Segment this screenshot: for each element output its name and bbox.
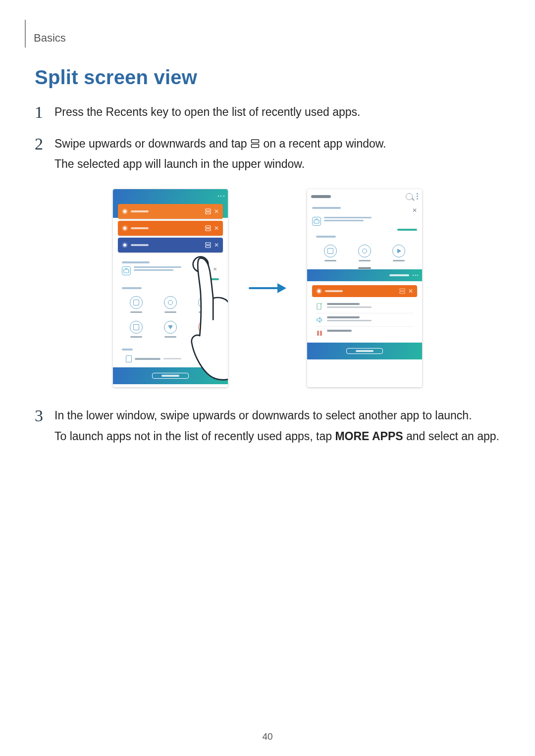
more-options-icon: ⋮ (217, 192, 225, 201)
step-body: Press the Recents key to open the list o… (54, 103, 500, 124)
blurred-text (325, 290, 399, 292)
close-icon: ✕ (214, 208, 219, 214)
split-window-icon (205, 242, 211, 248)
text-fragment: and select an app. (403, 430, 499, 443)
more-apps-label: MORE APPS (335, 430, 403, 443)
category-apk: APK (193, 321, 216, 338)
blurred-heading (122, 287, 142, 289)
list-item (316, 300, 413, 313)
sound-icon (316, 316, 323, 323)
close-all-button (346, 348, 383, 354)
list-item (316, 313, 413, 327)
category-documents (125, 321, 148, 338)
blurred-heading (122, 261, 150, 263)
category-audio (353, 245, 376, 261)
blurred-text (163, 358, 181, 359)
blurred-heading (312, 207, 341, 209)
step-body: Swipe upwards or downwards and tap on a … (54, 135, 500, 176)
blurred-heading (122, 349, 133, 351)
categories-panel: APK (118, 284, 223, 342)
recent-apps-stack: ✕ ✕ (118, 204, 223, 252)
app-titlebar (307, 189, 422, 204)
svg-rect-13 (400, 289, 405, 291)
categories-panel (312, 233, 417, 265)
secure-files-panel (118, 258, 223, 280)
close-icon: ✕ (408, 288, 413, 294)
list-item (316, 327, 413, 340)
step-1: 1 Press the Recents key to open the list… (35, 103, 500, 124)
svg-rect-0 (252, 140, 259, 143)
settings-list (312, 297, 417, 343)
step-2: 2 Swipe upwards or downwards and tap on … (35, 135, 500, 176)
phone-screenshot-split: ✕ ⋮ (307, 189, 422, 387)
app-icon (316, 288, 322, 294)
svg-rect-6 (206, 243, 211, 245)
blurred-link (199, 278, 219, 280)
text-fragment: To launch apps not in the list of recent… (54, 430, 335, 443)
category-videos (387, 245, 410, 261)
apk-label: APK (202, 324, 208, 330)
blurred-text (327, 316, 372, 321)
close-icon: ✕ (214, 225, 219, 231)
step-3: 3 In the lower window, swipe upwards or … (35, 407, 500, 448)
svg-rect-3 (206, 212, 211, 214)
folder-lock-icon (122, 266, 131, 275)
blurred-title (311, 195, 331, 198)
page-header: Basics (25, 20, 500, 48)
more-apps-bar: ⋮ (307, 269, 422, 281)
close-icon: ✕ (213, 266, 217, 272)
recent-app-card: ✕ (118, 221, 223, 236)
svg-rect-12 (314, 220, 319, 223)
folder-lock-icon (312, 217, 321, 226)
phone-screenshot-recents: ⋮ ✕ (113, 189, 228, 387)
illustration-row: ⋮ ✕ (35, 189, 500, 387)
svg-rect-7 (206, 246, 211, 248)
blurred-text (135, 358, 160, 360)
notifications-icon (316, 330, 323, 337)
svg-rect-1 (252, 144, 259, 148)
split-window-icon (205, 225, 211, 231)
header-category: Basics (34, 32, 66, 45)
close-icon: ✕ (214, 242, 219, 248)
search-icon (406, 193, 413, 200)
blurred-link (397, 229, 417, 231)
blurred-text (131, 227, 205, 229)
blurred-text (131, 244, 205, 246)
split-window-icon (250, 139, 260, 149)
recent-app-card: ✕ (118, 238, 223, 252)
blurred-text (324, 217, 372, 223)
section-title: Split screen view (35, 66, 500, 89)
bottom-bar (113, 367, 228, 384)
category-audio (159, 296, 182, 313)
svg-rect-2 (206, 209, 211, 211)
blurred-text (327, 330, 352, 333)
step-text: The selected app will launch in the uppe… (54, 155, 500, 173)
text-fragment: on a recent app window. (263, 137, 386, 150)
step-text: In the lower window, swipe upwards or do… (54, 407, 500, 425)
arrow-right-icon (248, 281, 287, 296)
svg-rect-18 (320, 331, 322, 336)
blurred-text (134, 266, 181, 272)
recent-app-card: ✕ (312, 285, 417, 297)
svg-marker-11 (277, 283, 286, 293)
split-window-icon (399, 288, 405, 294)
text-fragment: Swipe upwards or downwards and tap (54, 137, 250, 150)
page: Basics Split screen view 1 Press the Rec… (0, 0, 535, 756)
step-body: In the lower window, swipe upwards or do… (54, 407, 500, 448)
step-text: Swipe upwards or downwards and tap on a … (54, 135, 500, 153)
blurred-heading (316, 236, 336, 238)
svg-rect-4 (206, 226, 211, 228)
split-window-icon (205, 208, 211, 214)
page-number: 40 (0, 731, 535, 742)
close-icon: ✕ (412, 207, 417, 214)
more-options-icon: ⋮ (412, 272, 419, 279)
storage-panel (118, 346, 223, 364)
svg-rect-5 (206, 229, 211, 231)
phone-storage-icon (126, 355, 132, 362)
blurred-label (389, 274, 409, 276)
step-text: To launch apps not in the list of recent… (54, 428, 500, 446)
app-icon (122, 225, 128, 231)
step-text: Press the Recents key to open the list o… (54, 103, 500, 121)
bottom-bar (307, 343, 422, 359)
blurred-text (327, 303, 372, 308)
